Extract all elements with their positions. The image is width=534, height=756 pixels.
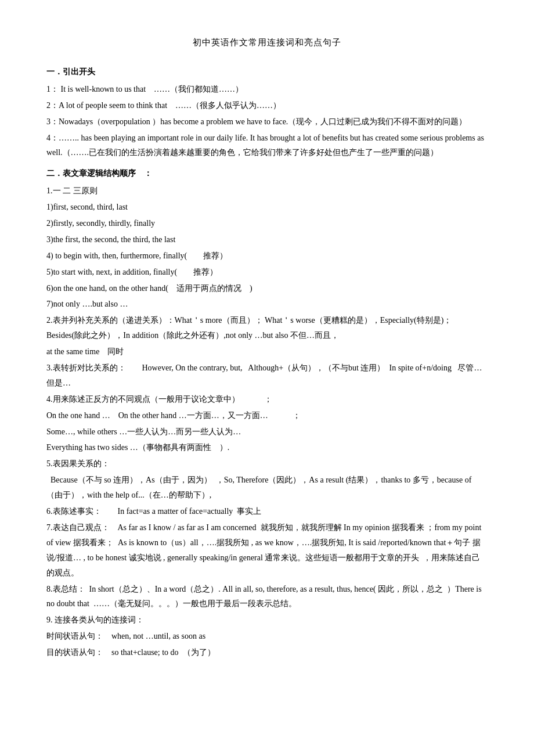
item-2-20: 9. 连接各类从句的连接词： <box>46 613 488 628</box>
purpose-clause-label: 目的状语从句： so that+clause; to do （为了） <box>46 645 488 660</box>
item-2-15: 5.表因果关系的： <box>46 456 488 471</box>
item-2-1: 1)first, second, third, last <box>46 200 488 215</box>
item-2-13: Some…, while others …一些人认为…而另一些人认为… <box>46 424 488 440</box>
page-title: 初中英语作文常用连接词和亮点句子 <box>46 35 488 51</box>
item-2-8: 2.表并列补充关系的（递进关系）：What＇s more（而且）； What＇s… <box>46 313 488 343</box>
item-1-2: 2：A lot of people seem to think that ……（… <box>46 98 488 113</box>
time-clause-label: 时间状语从句： when, not …until, as soon as <box>46 629 488 644</box>
item-2-5: 5)to start with, next, in addition, fina… <box>46 265 488 280</box>
section-2-heading: 二．表文章逻辑结构顺序 ： <box>46 166 488 181</box>
section-1-heading: 一．引出开头 <box>46 64 488 80</box>
item-2-0: 1.一 二 三原则 <box>46 183 488 199</box>
item-2-17: 6.表陈述事实： In fact=as a matter of face=act… <box>46 504 488 519</box>
item-2-19: 8.表总结： In short（总之）、In a word（总之）. All i… <box>46 582 488 612</box>
item-2-2: 2)firstly, secondly, thirdly, finally <box>46 216 488 231</box>
item-2-7: 7)not only ….but also … <box>46 297 488 312</box>
item-2-9: at the same time 同时 <box>46 344 488 359</box>
item-1-4: 4：…….. has been playing an important rol… <box>46 131 488 161</box>
item-2-12: On the one hand … On the other hand …一方面… <box>46 408 488 423</box>
item-2-16: Because（不与 so 连用），As（由于，因为） ，So, Therefo… <box>46 473 488 503</box>
item-1-1: 1： It is well-known to us that ……（我们都知道…… <box>46 82 488 97</box>
item-2-6: 6)on the one hand, on the other hand( 适用… <box>46 281 488 296</box>
main-content: 一．引出开头 1： It is well-known to us that ……… <box>46 64 488 660</box>
item-2-10: 3.表转折对比关系的： However, On the contrary, bu… <box>46 361 488 391</box>
page-container: 初中英语作文常用连接词和亮点句子 一．引出开头 1： It is well-kn… <box>46 35 488 660</box>
item-2-18: 7.表达自己观点： As far as I know / as far as I… <box>46 520 488 581</box>
item-2-3: 3)the first, the second, the third, the … <box>46 232 488 247</box>
item-2-11: 4.用来陈述正反方的不同观点（一般用于议论文章中） ； <box>46 392 488 407</box>
item-2-14: Everything has two sides …（事物都具有两面性 ）. <box>46 440 488 455</box>
item-2-4: 4) to begin with, then, furthermore, fin… <box>46 249 488 264</box>
item-1-3: 3：Nowadays（overpopulation ）has become a … <box>46 114 488 129</box>
